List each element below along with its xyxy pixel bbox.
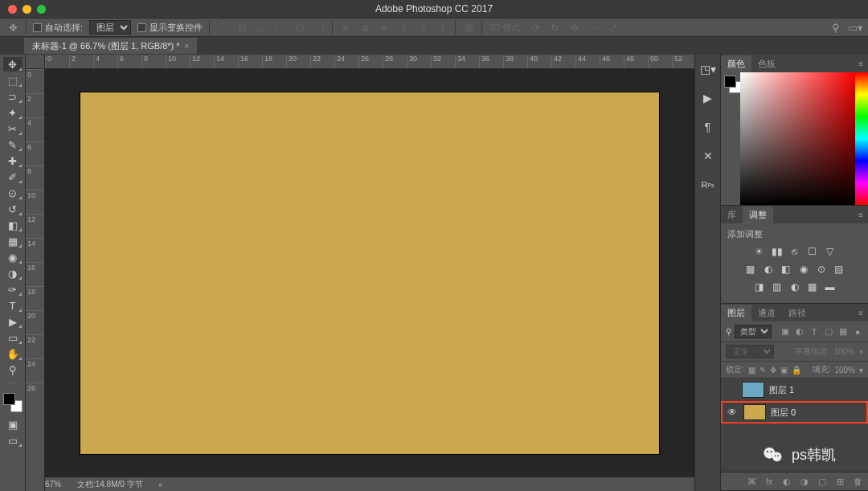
show-transform-checkbox[interactable]: 显示变换控件 bbox=[137, 22, 203, 34]
tool-crop[interactable]: ✂ bbox=[3, 121, 23, 136]
tool-path-select[interactable]: ▶ bbox=[3, 314, 23, 329]
adj-brightness-icon[interactable]: ☀ bbox=[753, 245, 766, 258]
align-top-icon[interactable]: ⎺ bbox=[216, 21, 229, 34]
history-panel-icon[interactable]: ◳▾ bbox=[700, 61, 716, 77]
lock-image-icon[interactable]: ✎ bbox=[760, 366, 766, 374]
new-group-icon[interactable]: ▢ bbox=[817, 476, 828, 487]
layer-style-icon[interactable]: fx bbox=[764, 476, 775, 487]
tab-adjustments[interactable]: 调整 bbox=[743, 207, 773, 223]
blend-mode-dropdown[interactable]: 正常 bbox=[726, 345, 774, 358]
layer-row[interactable]: 👁 图层 0 bbox=[721, 401, 868, 423]
align-hcenter-icon[interactable]: ⊡ bbox=[293, 21, 306, 34]
lock-transparency-icon[interactable]: ▦ bbox=[748, 366, 755, 374]
layer-filter-dropdown[interactable]: 类型 bbox=[735, 325, 772, 338]
document-info[interactable]: 文档:14.8M/0 字节 bbox=[77, 479, 143, 490]
tool-healing[interactable]: ✚ bbox=[3, 153, 23, 168]
adj-balance-icon[interactable]: ◐ bbox=[762, 263, 775, 276]
tool-lasso[interactable]: ⊃ bbox=[3, 89, 23, 104]
tool-type[interactable]: T bbox=[3, 298, 23, 313]
align-bottom-icon[interactable]: ⎽ bbox=[255, 21, 268, 34]
distribute-vcenter-icon[interactable]: ≣ bbox=[358, 21, 371, 34]
horizontal-ruler[interactable]: 0246810121416182022242628303234363840424… bbox=[45, 55, 694, 69]
tab-channels[interactable]: 通道 bbox=[751, 305, 782, 321]
adj-hue-icon[interactable]: ▦ bbox=[744, 263, 757, 276]
tab-libraries[interactable]: 库 bbox=[721, 207, 743, 223]
tool-shape[interactable]: ▭ bbox=[3, 330, 23, 345]
layer-thumbnail[interactable] bbox=[743, 404, 766, 420]
layer-thumbnail[interactable] bbox=[742, 382, 764, 398]
opacity-value[interactable]: 100% bbox=[833, 347, 854, 356]
actions-panel-icon[interactable]: ▶ bbox=[700, 90, 716, 106]
pan-3d-icon[interactable]: ✥ bbox=[567, 21, 580, 34]
tool-history-brush[interactable]: ↺ bbox=[3, 202, 23, 216]
move-tool-icon[interactable]: ✥ bbox=[6, 21, 19, 34]
roll-3d-icon[interactable]: ↻ bbox=[548, 21, 561, 34]
new-layer-icon[interactable]: ⊞ bbox=[834, 476, 845, 487]
color-swatch[interactable] bbox=[3, 393, 23, 412]
panel-menu-icon[interactable]: ≡ bbox=[854, 309, 868, 317]
maximize-window-button[interactable] bbox=[37, 5, 46, 14]
hue-slider[interactable] bbox=[855, 72, 868, 205]
dropdown-icon[interactable]: ▾ bbox=[859, 366, 863, 374]
orbit-3d-icon[interactable]: ⟳ bbox=[529, 21, 542, 34]
adj-vibrance-icon[interactable]: ▽ bbox=[824, 245, 837, 258]
tab-color[interactable]: 颜色 bbox=[721, 55, 751, 72]
close-window-button[interactable] bbox=[8, 5, 17, 14]
new-fill-icon[interactable]: ◑ bbox=[799, 476, 810, 487]
tool-quick-select[interactable]: ✦ bbox=[3, 105, 23, 120]
search-icon[interactable]: ⚲ bbox=[829, 21, 842, 34]
adj-selective-icon[interactable]: ▩ bbox=[806, 280, 819, 293]
distribute-hcenter-icon[interactable]: ⦀ bbox=[416, 21, 429, 34]
tab-swatches[interactable]: 色板 bbox=[751, 55, 782, 72]
tool-pen[interactable]: ✑ bbox=[3, 282, 23, 297]
color-field[interactable] bbox=[740, 72, 855, 205]
tab-layers[interactable]: 图层 bbox=[721, 305, 751, 321]
distribute-top-icon[interactable]: ≡ bbox=[339, 21, 352, 34]
align-vcenter-icon[interactable]: ⊟ bbox=[235, 21, 248, 34]
adj-posterize-icon[interactable]: ▥ bbox=[771, 280, 784, 293]
panel-menu-icon[interactable]: ≡ bbox=[854, 211, 868, 219]
auto-select-dropdown[interactable]: 图层 bbox=[89, 20, 131, 35]
character-panel-icon[interactable]: ¶ bbox=[700, 119, 716, 135]
visibility-icon[interactable]: 👁 bbox=[726, 407, 739, 418]
close-tab-icon[interactable]: × bbox=[185, 42, 190, 51]
tool-blur[interactable]: ◉ bbox=[3, 250, 23, 264]
lock-position-icon[interactable]: ✥ bbox=[770, 366, 776, 374]
tool-clone[interactable]: ⊙ bbox=[3, 186, 23, 200]
tool-eyedropper[interactable]: ✎ bbox=[3, 137, 23, 152]
adj-channel-mixer-icon[interactable]: ⊙ bbox=[815, 263, 828, 276]
quick-mask-button[interactable]: ▣ bbox=[3, 417, 23, 432]
distribute-left-icon[interactable]: ⦀ bbox=[397, 21, 410, 34]
adj-gradient-map-icon[interactable]: ▬ bbox=[824, 280, 837, 293]
filter-shape-icon[interactable]: ▢ bbox=[823, 326, 834, 338]
tool-dodge[interactable]: ◑ bbox=[3, 266, 23, 280]
document-tab[interactable]: 未标题-1 @ 66.7% (图层 1, RGB/8*) * × bbox=[24, 38, 197, 54]
filter-text-icon[interactable]: T bbox=[809, 326, 820, 338]
adj-invert-icon[interactable]: ◨ bbox=[753, 280, 766, 293]
tool-move[interactable]: ✥ bbox=[3, 57, 23, 72]
adj-photo-filter-icon[interactable]: ◉ bbox=[797, 263, 810, 276]
lock-all-icon[interactable]: 🔒 bbox=[792, 366, 801, 374]
adj-curves-icon[interactable]: ⎋ bbox=[788, 245, 801, 258]
paragraph-panel-icon[interactable]: RPs bbox=[700, 177, 716, 193]
layer-name[interactable]: 图层 1 bbox=[769, 384, 794, 396]
align-right-icon[interactable]: ⎹ bbox=[313, 21, 326, 34]
tool-marquee[interactable]: ⬚ bbox=[3, 73, 23, 88]
adj-levels-icon[interactable]: ▮▮ bbox=[771, 245, 784, 258]
panel-menu-icon[interactable]: ≡ bbox=[854, 59, 868, 68]
layer-mask-icon[interactable]: ◐ bbox=[781, 476, 792, 487]
canvas[interactable] bbox=[80, 92, 659, 454]
adj-lookup-icon[interactable]: ▤ bbox=[833, 263, 845, 276]
lock-artboard-icon[interactable]: ▣ bbox=[780, 366, 788, 374]
filter-adjust-icon[interactable]: ◐ bbox=[794, 326, 805, 338]
distribute-right-icon[interactable]: ⦀ bbox=[436, 21, 448, 34]
tool-zoom[interactable]: ⚲ bbox=[3, 362, 23, 377]
auto-align-icon[interactable]: ⊞ bbox=[462, 21, 475, 34]
link-layers-icon[interactable]: ⌘ bbox=[746, 476, 757, 487]
slide-3d-icon[interactable]: ↔ bbox=[587, 21, 600, 34]
layer-row[interactable]: 图层 1 bbox=[721, 378, 868, 401]
distribute-bottom-icon[interactable]: ≡ bbox=[378, 21, 391, 34]
dropdown-icon[interactable]: ▾ bbox=[859, 347, 863, 356]
tool-gradient[interactable]: ▦ bbox=[3, 234, 23, 248]
tab-paths[interactable]: 路径 bbox=[782, 305, 813, 321]
